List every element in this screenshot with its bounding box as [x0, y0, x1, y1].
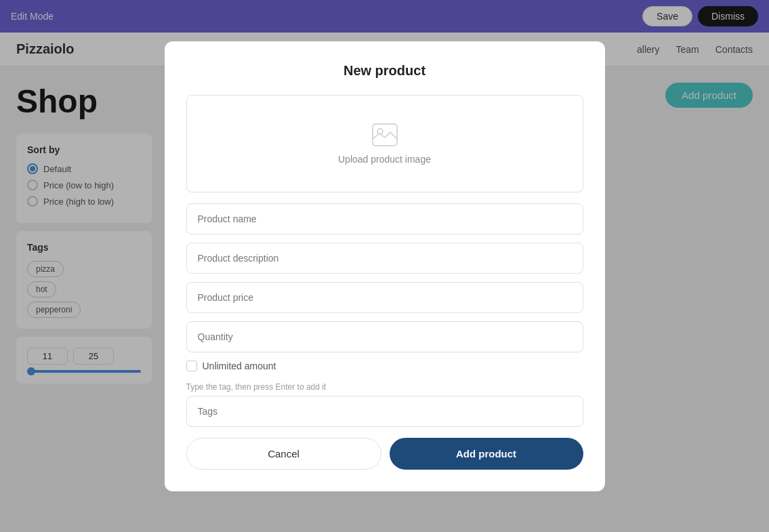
- unlimited-amount-checkbox[interactable]: [186, 361, 197, 371]
- product-name-input[interactable]: [186, 203, 583, 234]
- tags-input[interactable]: [186, 396, 583, 427]
- product-description-input[interactable]: [186, 243, 583, 274]
- upload-image-icon: [371, 123, 398, 147]
- tag-hint: Type the tag, then press Enter to add it: [186, 382, 583, 392]
- quantity-input[interactable]: [186, 321, 583, 352]
- add-product-modal-button[interactable]: Add product: [390, 438, 583, 470]
- modal-title: New product: [186, 63, 583, 79]
- cancel-button[interactable]: Cancel: [186, 438, 381, 470]
- upload-area[interactable]: Upload product image: [186, 95, 583, 192]
- product-price-input[interactable]: [186, 282, 583, 313]
- svg-point-21: [377, 129, 383, 134]
- upload-label: Upload product image: [338, 154, 431, 165]
- new-product-modal: New product Upload product image Unlimit…: [165, 41, 605, 491]
- unlimited-amount-row: Unlimited amount: [186, 361, 583, 371]
- modal-overlay: New product Upload product image Unlimit…: [0, 0, 769, 532]
- unlimited-amount-label: Unlimited amount: [203, 361, 276, 371]
- modal-actions: Cancel Add product: [186, 438, 583, 470]
